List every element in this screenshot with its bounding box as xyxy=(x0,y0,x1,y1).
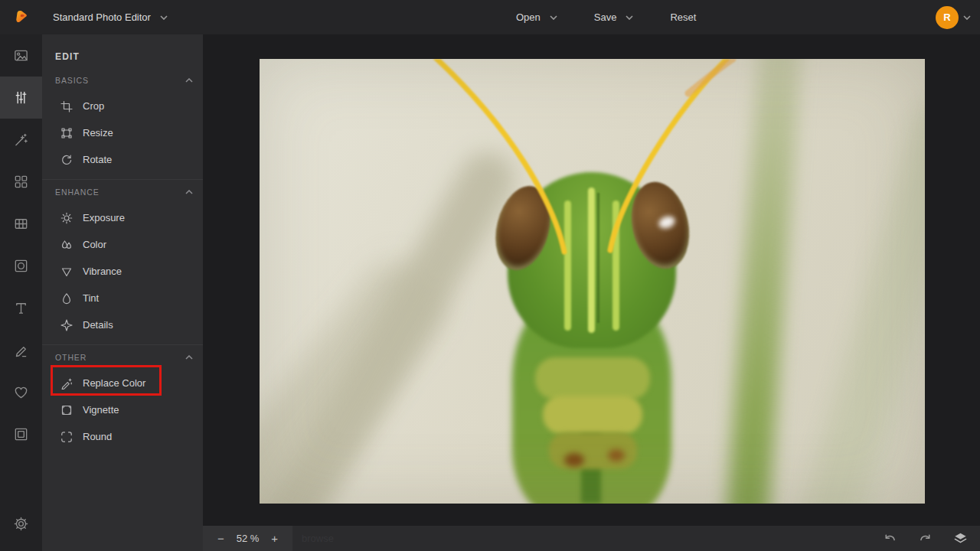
grass-blade xyxy=(260,249,456,504)
top-bar: Standard Photo Editor Open Save Reset R xyxy=(0,0,980,34)
redo-icon[interactable] xyxy=(918,531,933,546)
tool-item-color[interactable]: Color xyxy=(42,231,203,258)
zoom-out-button[interactable]: − xyxy=(217,533,224,544)
sidebar-item-text[interactable] xyxy=(0,287,42,329)
layers-icon[interactable] xyxy=(953,531,968,546)
sidebar-item-filters[interactable] xyxy=(0,203,42,245)
tool-item-tint[interactable]: Tint xyxy=(42,285,203,311)
sidebar-item-draw[interactable] xyxy=(0,329,42,371)
tool-item-crop[interactable]: Crop xyxy=(42,93,203,119)
grass-blade xyxy=(723,59,803,504)
resize-icon xyxy=(60,127,73,139)
tool-item-rotate[interactable]: Rotate xyxy=(42,146,203,173)
head-stripe xyxy=(588,187,595,333)
zoom-in-button[interactable]: + xyxy=(271,533,278,544)
save-button[interactable]: Save xyxy=(576,0,652,34)
grasshopper-eye-right xyxy=(624,177,697,275)
tool-rail xyxy=(0,34,42,551)
chevron-up-icon xyxy=(185,355,193,360)
sidebar-item-settings[interactable] xyxy=(0,503,42,545)
chevron-down-icon[interactable] xyxy=(963,15,971,20)
grasshopper-mouthpart xyxy=(543,396,642,434)
tool-item-exposure[interactable]: Exposure xyxy=(42,204,203,231)
crop-icon xyxy=(60,100,73,112)
open-button[interactable]: Open xyxy=(498,0,576,34)
details-sparkle-icon xyxy=(60,319,73,331)
edit-panel: EDIT BASICS Crop Resize xyxy=(42,34,203,551)
top-menu: Open Save Reset xyxy=(498,0,714,34)
sidebar-item-photo[interactable] xyxy=(0,34,42,77)
adjust-sliders-icon xyxy=(13,90,29,106)
sidebar-item-elements[interactable] xyxy=(0,161,42,203)
history-controls xyxy=(883,531,980,546)
grass-stem xyxy=(581,426,601,504)
section-other: OTHER Replace Color Vignette xyxy=(42,344,203,450)
exposure-sun-icon xyxy=(60,212,73,224)
photo-editor-app: Standard Photo Editor Open Save Reset R xyxy=(0,0,980,551)
head-stripe xyxy=(564,201,571,331)
gear-icon xyxy=(13,516,29,532)
frame-circle-icon xyxy=(13,258,29,274)
photo-icon xyxy=(13,47,29,64)
zoom-control: − 52 % + xyxy=(203,526,292,551)
tint-drop-icon xyxy=(60,292,73,305)
border-frame-icon xyxy=(13,426,29,442)
zoom-level: 52 % xyxy=(237,533,260,544)
grasshopper-body xyxy=(512,289,671,504)
color-drops-icon xyxy=(60,239,73,251)
grasshopper-spot xyxy=(564,453,584,467)
grass-blade xyxy=(784,95,925,504)
chevron-up-icon xyxy=(185,190,193,194)
sidebar-item-adjust[interactable] xyxy=(0,77,42,119)
head-ridge xyxy=(597,193,599,323)
sidebar-item-frames[interactable] xyxy=(0,245,42,287)
chevron-down-icon xyxy=(626,15,633,20)
tool-item-resize[interactable]: Resize xyxy=(42,119,203,146)
vibrance-triangle-icon xyxy=(60,266,73,278)
tool-item-vibrance[interactable]: Vibrance xyxy=(42,258,203,285)
project-title: Standard Photo Editor xyxy=(53,11,151,23)
pixlr-e-logo[interactable] xyxy=(11,8,31,28)
project-title-menu[interactable]: Standard Photo Editor xyxy=(53,11,168,23)
head-stripe xyxy=(612,201,619,331)
section-enhance: ENHANCE Exposure Color Vibrance xyxy=(42,179,203,338)
reset-button[interactable]: Reset xyxy=(652,0,714,34)
grasshopper-mouthpart xyxy=(549,432,637,469)
grass-blade xyxy=(260,142,524,504)
section-header-enhance[interactable]: ENHANCE xyxy=(42,180,203,204)
section-header-other[interactable]: OTHER xyxy=(42,345,203,370)
grasshopper-antennae xyxy=(260,59,925,504)
grasshopper-mouthpart xyxy=(535,357,650,399)
avatar[interactable]: R xyxy=(936,6,959,29)
vignette-icon xyxy=(60,404,73,416)
sidebar-item-retouch[interactable] xyxy=(0,119,42,161)
magic-wand-icon xyxy=(13,132,29,148)
tool-item-vignette[interactable]: Vignette xyxy=(42,396,203,423)
grasshopper-head xyxy=(508,172,676,348)
eye-highlight xyxy=(657,214,677,231)
chevron-down-icon xyxy=(550,15,557,20)
replace-color-icon xyxy=(60,377,73,390)
photo-grasshopper[interactable] xyxy=(260,59,925,504)
elements-grid-icon xyxy=(13,174,29,190)
text-icon xyxy=(13,300,29,316)
grasshopper-eye-left xyxy=(487,180,558,276)
heart-icon xyxy=(13,384,29,400)
faint-label: browse xyxy=(302,533,334,544)
sidebar-item-borders[interactable] xyxy=(0,413,42,455)
undo-icon[interactable] xyxy=(883,531,897,546)
grasshopper-spot xyxy=(608,449,625,461)
chevron-down-icon xyxy=(160,15,168,20)
tool-item-details[interactable]: Details xyxy=(42,311,203,338)
sidebar-item-favorites[interactable] xyxy=(0,371,42,413)
panel-title: EDIT xyxy=(42,34,203,68)
account-area: R xyxy=(936,0,971,34)
chevron-up-icon xyxy=(185,78,193,83)
rotate-icon xyxy=(60,154,73,166)
canvas-area: − 52 % + browse xyxy=(203,34,980,551)
tool-item-round[interactable]: Round xyxy=(42,423,203,450)
section-basics: BASICS Crop Resize Rotate xyxy=(42,68,203,173)
section-header-basics[interactable]: BASICS xyxy=(42,68,203,93)
tool-item-replace-color[interactable]: Replace Color xyxy=(42,370,203,396)
grass-blade xyxy=(831,59,925,504)
